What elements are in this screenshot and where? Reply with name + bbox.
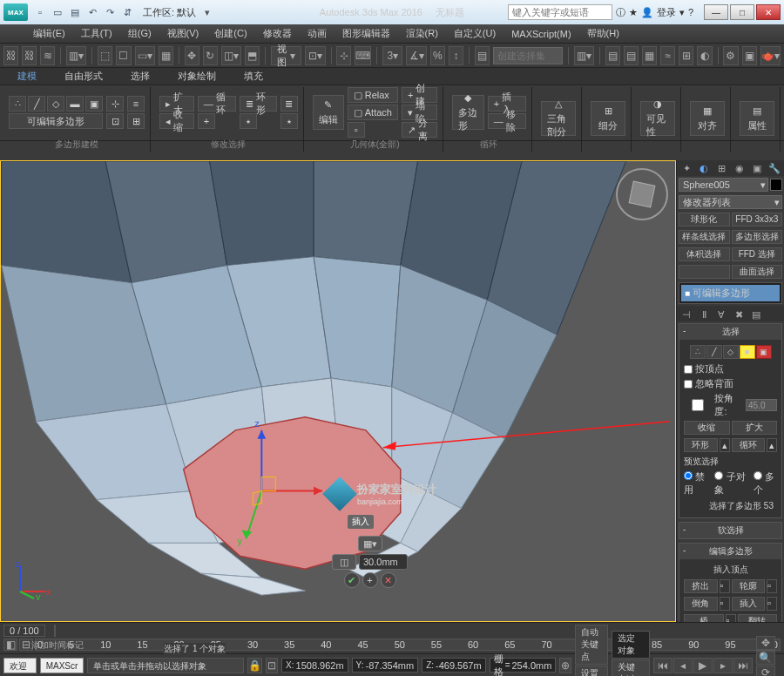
stack-entry-editpoly[interactable]: ■ 可编辑多边形 xyxy=(681,285,780,301)
save-icon[interactable]: ▤ xyxy=(68,5,82,19)
pivot-dropdown[interactable]: ⊡▾ xyxy=(305,46,325,65)
props-button[interactable]: ▤属性 xyxy=(740,101,774,136)
extrude-button[interactable]: 挤出 xyxy=(684,579,718,593)
selfilter-dropdown[interactable]: ▥▾ xyxy=(66,46,86,65)
select-button[interactable]: ⬚ xyxy=(98,46,112,65)
so-element-button[interactable]: ▣ xyxy=(756,345,772,359)
menu-edit[interactable]: 编辑(E) xyxy=(26,25,72,42)
editpoly-mode-button[interactable]: 可编辑多边形 xyxy=(9,113,103,129)
layers-button[interactable]: ▤ xyxy=(624,46,639,65)
caddy-ok-button[interactable]: ✔ xyxy=(344,572,360,588)
caddy-type-dropdown[interactable]: ▦▾ xyxy=(358,536,382,551)
redo-icon[interactable]: ↷ xyxy=(103,5,117,19)
show-end-icon[interactable]: Ⅱ xyxy=(698,308,710,321)
poly-lg-button[interactable]: ◆多边形 xyxy=(452,95,484,130)
signin[interactable]: 登录 xyxy=(657,6,676,19)
menu-customize[interactable]: 自定义(U) xyxy=(447,25,503,42)
object-name-field[interactable]: Sphere005 xyxy=(679,178,768,192)
menu-modifiers[interactable]: 修改器 xyxy=(256,25,299,42)
selregion-dropdown[interactable]: ▭▾ xyxy=(135,46,155,65)
menu-animation[interactable]: 动画 xyxy=(301,25,334,42)
bevel-button[interactable]: 倒角 xyxy=(684,597,718,611)
visibility-button[interactable]: ◑可见性 xyxy=(640,101,675,136)
new-icon[interactable]: ▫ xyxy=(33,5,47,19)
caddy-value-input[interactable]: 30.0mm xyxy=(359,554,408,570)
align-button[interactable]: ▤ xyxy=(605,46,620,65)
chk-ignoreback[interactable] xyxy=(684,380,693,389)
shrink-button[interactable]: ◂ 收缩 xyxy=(159,113,194,129)
outline-button[interactable]: 轮廓 xyxy=(732,579,766,593)
keymode-button[interactable]: ⌨ xyxy=(355,46,371,65)
workspace-dropdown[interactable]: 工作区: 默认 xyxy=(139,6,199,19)
tab-freeform[interactable]: 自由形式 xyxy=(56,68,112,84)
user-icon[interactable]: 👤 xyxy=(641,7,653,18)
loop-sel-button[interactable]: 循环 xyxy=(732,438,766,452)
menu-grapheditors[interactable]: 图形编辑器 xyxy=(335,25,397,42)
close-button[interactable]: ✕ xyxy=(756,4,781,20)
menu-views[interactable]: 视图(V) xyxy=(160,25,206,42)
time-ruler[interactable]: 0510152025303540455055606570758085909510… xyxy=(35,639,781,651)
mod-splinesel[interactable]: 样条线选择 xyxy=(679,230,730,244)
motion-tab-icon[interactable]: ◉ xyxy=(733,162,746,174)
menu-maxscript[interactable]: MAXScript(M) xyxy=(504,27,578,41)
search-input[interactable] xyxy=(508,4,612,20)
hierarchy-tab-icon[interactable]: ⊞ xyxy=(715,162,727,174)
modifier-list-dropdown[interactable]: 修改器列表 xyxy=(679,195,782,209)
subobj-vertex-button[interactable]: ∴ xyxy=(9,96,26,112)
shrink-sel-button[interactable]: 收缩 xyxy=(684,421,730,435)
ring-plus-button[interactable]: ٭ xyxy=(240,113,257,129)
anglesnap-dropdown[interactable]: ∡▾ xyxy=(406,46,426,65)
selmanip-button[interactable]: ⊹ xyxy=(336,46,351,65)
addtime-icon[interactable]: ⊕ xyxy=(559,658,571,673)
chk-byvertex[interactable] xyxy=(684,365,693,374)
unique-icon[interactable]: ∀ xyxy=(715,308,727,321)
menu-group[interactable]: 组(G) xyxy=(121,25,159,42)
grow-sel-button[interactable]: 扩大 xyxy=(732,421,778,435)
schematic-button[interactable]: ⊞ xyxy=(679,46,693,65)
track-bar[interactable] xyxy=(54,625,56,637)
caddy-floater[interactable]: ▦▾ ◫ 30.0mm ✔ + ✕ xyxy=(332,536,408,588)
info-icon[interactable]: ⓘ xyxy=(616,6,625,19)
mod-spherify[interactable]: 球形化 xyxy=(679,213,730,226)
iso-icon[interactable]: ⊡ xyxy=(266,658,278,673)
chk-byangle[interactable] xyxy=(684,399,712,411)
so-edge-button[interactable]: ╱ xyxy=(706,345,722,359)
modifier-stack[interactable]: ■ 可编辑多边形 xyxy=(679,282,782,304)
rbn-btn-1[interactable]: ⊹ xyxy=(106,96,124,112)
snap-dropdown[interactable]: 3▾ xyxy=(382,46,402,65)
caddy-apply-button[interactable]: + xyxy=(362,572,378,588)
attach-button[interactable]: ▢ Attach xyxy=(348,105,398,120)
spinnersnap-button[interactable]: ↕ xyxy=(449,46,463,65)
menu-create[interactable]: 创建(C) xyxy=(207,25,253,42)
goto-start-icon[interactable]: ⏮ xyxy=(653,658,672,673)
detach-button[interactable]: ↗ 分离 xyxy=(402,122,437,138)
link-button[interactable]: ⛓ xyxy=(3,46,18,65)
undo-icon[interactable]: ↶ xyxy=(85,5,99,19)
curve-button[interactable]: ≈ xyxy=(660,46,675,65)
remove-mod-icon[interactable]: ✖ xyxy=(733,308,745,321)
star-icon[interactable]: ★ xyxy=(629,7,638,18)
pin-stack-icon[interactable]: ⊣ xyxy=(680,308,693,321)
minimize-button[interactable]: — xyxy=(704,4,728,20)
viewcube[interactable] xyxy=(616,168,668,220)
so-vertex-button[interactable]: ∴ xyxy=(690,345,706,359)
tab-objectpaint[interactable]: 对象绘制 xyxy=(169,68,225,84)
create-tab-icon[interactable]: ✦ xyxy=(680,162,693,174)
tl-key-button[interactable]: ◧ xyxy=(3,639,17,651)
material-button[interactable]: ◐ xyxy=(697,46,712,65)
anim-target-dropdown[interactable]: 选定对象 xyxy=(612,631,650,659)
tri-button[interactable]: △三角剖分 xyxy=(541,101,576,136)
edit-button[interactable]: ✎编辑 xyxy=(313,95,344,130)
object-color-swatch[interactable] xyxy=(770,179,782,191)
maximize-button[interactable]: □ xyxy=(730,4,754,20)
goto-end-icon[interactable]: ⏭ xyxy=(733,658,753,673)
so-border-button[interactable]: ◇ xyxy=(723,345,739,359)
tab-populate[interactable]: 填充 xyxy=(235,68,272,84)
radio-off[interactable] xyxy=(684,471,693,480)
nav-zoom-icon[interactable]: 🔍 xyxy=(756,651,775,665)
align-lg-button[interactable]: ▦对齐 xyxy=(690,101,725,136)
tab-selection[interactable]: 选择 xyxy=(122,68,159,84)
relax-button[interactable]: ▢ Relax xyxy=(348,87,398,103)
move-button[interactable]: ✥ xyxy=(185,46,199,65)
render-dropdown[interactable]: 🫖▾ xyxy=(760,46,781,65)
